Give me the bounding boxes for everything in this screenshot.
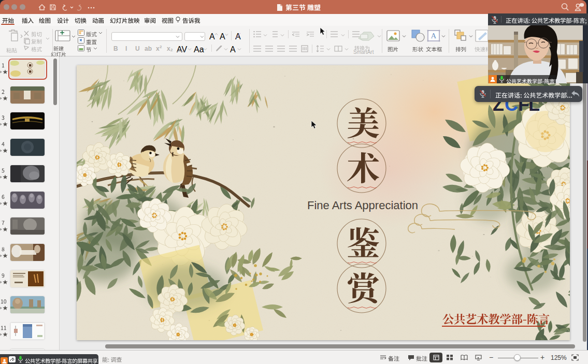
svg-text:A: A — [431, 32, 437, 40]
